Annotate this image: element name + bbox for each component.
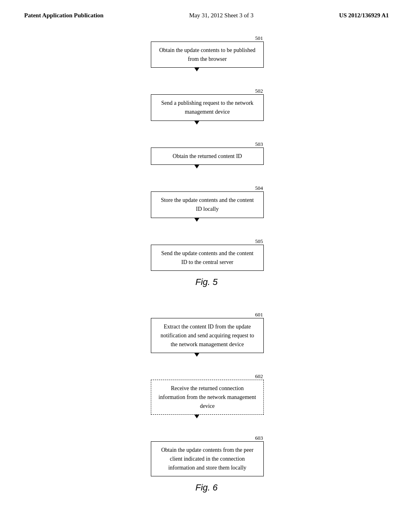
step-601-wrapper: 601 Extract the content ID from the upda… [130,312,283,353]
step-602-wrapper: 602 Receive the returned connection info… [130,373,283,415]
arrow-501-502 [130,68,283,88]
arrow-602-603 [130,415,283,435]
step-502-label: 502 [255,88,263,94]
step-505-wrapper: 505 Send the update contents and the con… [130,238,283,271]
step-504-wrapper: 504 Store the update contents and the co… [130,185,283,218]
step-504-box: Store the update contents and the conten… [151,191,264,218]
step-603-wrapper: 603 Obtain the update contents from the … [130,435,283,476]
fig5-label: Fig. 5 [195,277,217,287]
fig6-section: 601 Extract the content ID from the upda… [24,312,389,505]
step-503-box: Obtain the returned content ID [151,148,264,165]
step-504-label: 504 [255,185,263,191]
step-501-label: 501 [255,35,263,42]
step-501-box: Obtain the update contents to be publish… [151,42,264,68]
step-601-label: 601 [255,312,263,318]
fig5-section: 501 Obtain the update contents to be pub… [24,35,389,299]
page-header: Patent Application Publication May 31, 2… [0,0,413,27]
step-602-label: 602 [255,373,263,380]
arrow-601-602 [130,353,283,373]
step-502-wrapper: 502 Send a publishing request to the net… [130,88,283,121]
header-center: May 31, 2012 Sheet 3 of 3 [189,12,254,19]
header-left: Patent Application Publication [24,12,104,19]
header-right: US 2012/136929 A1 [339,12,389,19]
step-603-label: 603 [255,435,263,441]
fig6-flowchart: 601 Extract the content ID from the upda… [130,312,283,476]
step-505-box: Send the update contents and the content… [151,245,264,271]
arrow-504-505 [130,218,283,238]
arrow-503-504 [130,165,283,185]
step-502-box: Send a publishing request to the network… [151,94,264,121]
step-503-label: 503 [255,141,263,148]
step-603-box: Obtain the update contents from the peer… [151,441,264,476]
step-505-label: 505 [255,238,263,245]
step-602-box: Receive the returned connection informat… [151,380,264,415]
step-501-wrapper: 501 Obtain the update contents to be pub… [130,35,283,68]
fig5-flowchart: 501 Obtain the update contents to be pub… [130,35,283,271]
page-content: 501 Obtain the update contents to be pub… [0,27,413,525]
step-601-box: Extract the content ID from the update n… [151,318,264,353]
fig6-label: Fig. 6 [195,482,217,493]
step-503-wrapper: 503 Obtain the returned content ID [130,141,283,165]
arrow-502-503 [130,121,283,141]
